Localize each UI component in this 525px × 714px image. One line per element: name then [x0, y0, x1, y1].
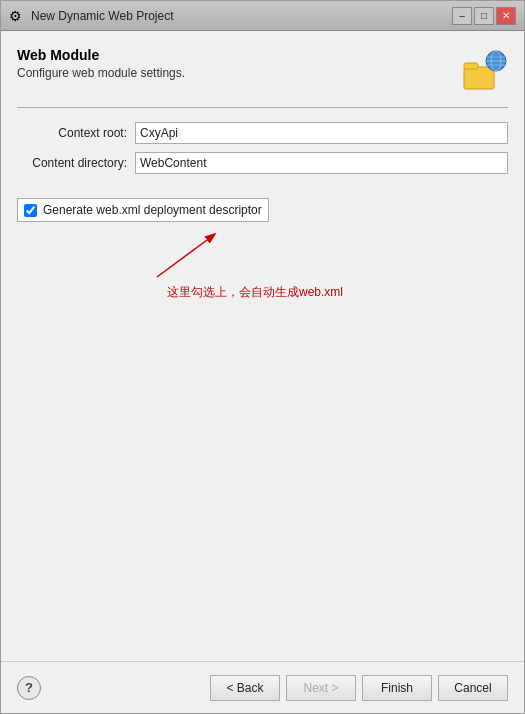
svg-rect-1: [464, 63, 478, 69]
title-bar-controls: – □ ✕: [452, 7, 516, 25]
generate-webxml-label[interactable]: Generate web.xml deployment descriptor: [43, 203, 262, 217]
maximize-button[interactable]: □: [474, 7, 494, 25]
title-bar-left: ⚙ New Dynamic Web Project: [9, 8, 174, 24]
finish-button[interactable]: Finish: [362, 675, 432, 701]
help-button[interactable]: ?: [17, 676, 41, 700]
content-area: Web Module Configure web module settings…: [1, 31, 524, 661]
back-button[interactable]: < Back: [210, 675, 280, 701]
close-button[interactable]: ✕: [496, 7, 516, 25]
header-row: Web Module Configure web module settings…: [17, 47, 508, 95]
separator: [17, 107, 508, 108]
annotation-text: 这里勾选上，会自动生成web.xml: [167, 284, 343, 301]
svg-line-7: [157, 240, 207, 277]
context-root-label: Context root:: [17, 126, 127, 140]
svg-rect-0: [464, 67, 494, 89]
annotation-area: 这里勾选上，会自动生成web.xml: [17, 232, 508, 301]
cancel-button[interactable]: Cancel: [438, 675, 508, 701]
content-directory-label: Content directory:: [17, 156, 127, 170]
window-icon: ⚙: [9, 8, 25, 24]
window-title: New Dynamic Web Project: [31, 9, 174, 23]
next-button[interactable]: Next >: [286, 675, 356, 701]
section-header: Web Module Configure web module settings…: [17, 47, 185, 80]
main-window: ⚙ New Dynamic Web Project – □ ✕ Web Modu…: [0, 0, 525, 714]
bottom-bar: ? < Back Next > Finish Cancel: [1, 661, 524, 713]
form-area: Context root: Content directory:: [17, 122, 508, 174]
arrow-annotation: 这里勾选上，会自动生成web.xml: [147, 232, 343, 301]
content-directory-input[interactable]: [135, 152, 508, 174]
section-subtitle: Configure web module settings.: [17, 66, 185, 80]
section-title: Web Module: [17, 47, 185, 63]
minimize-button[interactable]: –: [452, 7, 472, 25]
globe-icon: [460, 47, 508, 95]
generate-webxml-checkbox[interactable]: [24, 204, 37, 217]
bottom-right: < Back Next > Finish Cancel: [210, 675, 508, 701]
generate-webxml-checkbox-area: Generate web.xml deployment descriptor: [17, 198, 269, 222]
bottom-left: ?: [17, 676, 41, 700]
context-root-input[interactable]: [135, 122, 508, 144]
context-root-row: Context root:: [17, 122, 508, 144]
title-bar: ⚙ New Dynamic Web Project – □ ✕: [1, 1, 524, 31]
content-directory-row: Content directory:: [17, 152, 508, 174]
annotation-arrow: [147, 232, 267, 282]
